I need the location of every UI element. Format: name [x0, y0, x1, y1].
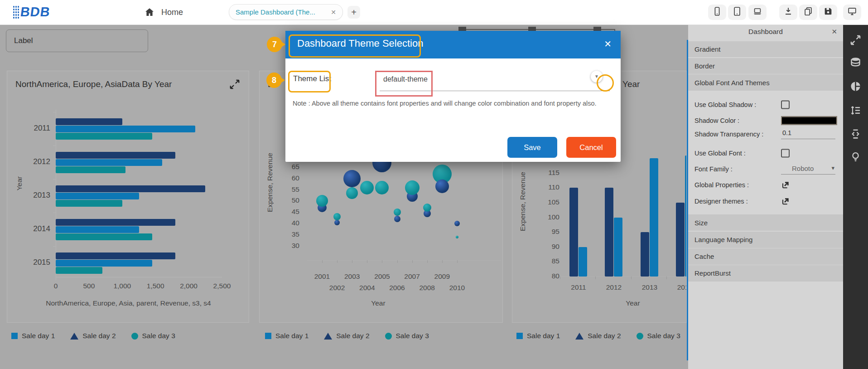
legend-row-2: Sale day 1Sale day 2Sale day 3	[265, 329, 429, 343]
save-button[interactable]	[819, 5, 837, 20]
panel-close-icon[interactable]: ✕	[831, 28, 837, 36]
shadow-color-swatch[interactable]	[781, 117, 837, 125]
modal-close-icon[interactable]: ✕	[604, 39, 612, 49]
x-axis-tick	[322, 260, 323, 263]
legend-row-1: Sale day 1Sale day 2Sale day 3	[11, 329, 175, 343]
laptop-button[interactable]	[748, 5, 767, 20]
x-tick-label: 0	[42, 282, 69, 290]
home-button[interactable]: Home	[144, 0, 183, 24]
accordion-gradient[interactable]: Gradient	[688, 41, 843, 57]
tablet-button[interactable]	[728, 5, 746, 20]
use-global-font-checkbox[interactable]	[781, 149, 790, 158]
legend-label: Sale day 2	[336, 332, 369, 340]
shadow-transparency-field[interactable]: 0.1	[781, 129, 835, 139]
expand-chart-1-icon[interactable]	[229, 78, 241, 90]
accordion-reportburst[interactable]: ReportBurst	[688, 265, 843, 282]
desktop-button[interactable]	[843, 5, 861, 20]
legend-square-marker	[516, 333, 523, 339]
category-tick	[53, 112, 56, 112]
x-axis-tick	[427, 260, 428, 263]
x-tick-label: 2009	[430, 272, 454, 281]
panel-title: Dashboard	[688, 28, 843, 36]
save-icon	[823, 6, 833, 18]
accordion-cache[interactable]: Cache	[688, 248, 843, 265]
modal-title: Dashboard Theme Selection	[297, 38, 423, 49]
use-global-shadow-checkbox[interactable]	[781, 101, 790, 109]
designer-themes-link-icon[interactable]	[781, 197, 790, 206]
x-axis-tick	[631, 277, 632, 279]
home-icon	[144, 7, 155, 18]
tab-close-icon[interactable]: ✕	[331, 9, 336, 16]
select-caret-icon[interactable]: ▼	[591, 71, 603, 83]
dashboard-tab[interactable]: Sample Dashboard (The... ✕	[229, 4, 343, 20]
legend-item[interactable]: Sale day 1	[11, 332, 55, 340]
property-row-use-global-shadow: Use Global Shadow :	[688, 98, 843, 112]
theme-select[interactable]: default-theme ▼	[380, 70, 610, 91]
legend-item[interactable]: Sale day 2	[70, 332, 116, 340]
legend-item[interactable]: Sale day 2	[324, 332, 369, 340]
property-label: Shadow Color :	[694, 117, 739, 124]
bubble-2002-teal	[333, 213, 341, 220]
y-tick-label: 100	[538, 213, 559, 221]
global-properties-link-icon[interactable]	[781, 180, 790, 189]
save-button[interactable]: Save	[507, 137, 557, 158]
copy-icon	[803, 6, 813, 18]
accordion-language-mapping[interactable]: Language Mapping	[688, 232, 843, 248]
bar-2012-navy	[605, 188, 613, 277]
category-tick	[53, 179, 56, 180]
bar-2012-Sale-day-1	[56, 159, 162, 166]
legend-label: Sale day 1	[527, 332, 560, 340]
smartphone-icon	[712, 6, 722, 18]
right-icon-strip	[843, 24, 868, 369]
label-widget[interactable]: Label	[6, 29, 148, 52]
theme-select-value: default-theme	[383, 75, 428, 83]
x-tick-label: 2,000	[175, 282, 203, 290]
bar-2012-Sale-day-3	[56, 166, 125, 173]
category-label: 2014	[21, 224, 50, 233]
legend-item[interactable]: Sale day 3	[385, 332, 429, 340]
x-tick-label: 2011	[565, 283, 592, 291]
pie-tool-button[interactable]	[849, 80, 862, 92]
legend-triangle-marker	[575, 333, 583, 340]
x-tick-label: 2,500	[208, 282, 236, 290]
font-family-select[interactable]: Roboto▾	[781, 164, 835, 175]
legend-label: Sale day 1	[22, 332, 55, 340]
x-axis-tick	[352, 260, 352, 263]
x-tick-label: 1,000	[109, 282, 136, 290]
cancel-button[interactable]: Cancel	[566, 137, 616, 158]
accordion-global-font-and-themes[interactable]: Global Font And Themes	[688, 74, 843, 91]
copy-button[interactable]	[799, 5, 817, 20]
legend-item[interactable]: Sale day 3	[131, 332, 175, 340]
brand-logo[interactable]: BDB	[13, 5, 50, 19]
legend-item[interactable]: Sale day 1	[265, 332, 309, 340]
expand-tool-button[interactable]	[849, 34, 862, 46]
lineheight-tool-button[interactable]	[849, 104, 862, 117]
home-label: Home	[161, 8, 183, 17]
smartphone-button[interactable]	[708, 5, 726, 20]
x-tick-label: 1,500	[142, 282, 169, 290]
legend-item[interactable]: Sale day 1	[516, 332, 560, 340]
legend-item[interactable]: Sale day 3	[637, 332, 680, 340]
accordion-size[interactable]: Size	[688, 214, 843, 231]
y-tick-label: 65	[278, 163, 299, 171]
accordion-border[interactable]: Border	[688, 58, 843, 74]
category-tick	[53, 146, 56, 146]
y-tick-label: 50	[278, 196, 299, 204]
bulb-tool-button[interactable]	[849, 151, 862, 163]
y-tick-label: 60	[278, 174, 299, 182]
legend-item[interactable]: Sale day 2	[575, 332, 621, 340]
download-button[interactable]	[779, 5, 797, 20]
bulb-icon	[849, 156, 862, 164]
add-tab-button[interactable]: +	[347, 6, 360, 19]
theme-list-label: Theme List	[293, 74, 331, 83]
bar-2015-Sale-day-3	[56, 267, 102, 274]
y-axis-label: Expense, Revenue	[519, 172, 527, 231]
font-family-value: Roboto	[792, 165, 814, 172]
x-axis-tick	[367, 260, 367, 263]
y-tick-label: 35	[278, 230, 299, 238]
codeswap-tool-button[interactable]	[849, 128, 862, 140]
property-row-font-family: Font Family :Roboto▾	[688, 162, 843, 176]
download-icon	[783, 6, 793, 18]
database-tool-button[interactable]	[849, 56, 862, 68]
x-tick-label: 2006	[386, 284, 409, 292]
